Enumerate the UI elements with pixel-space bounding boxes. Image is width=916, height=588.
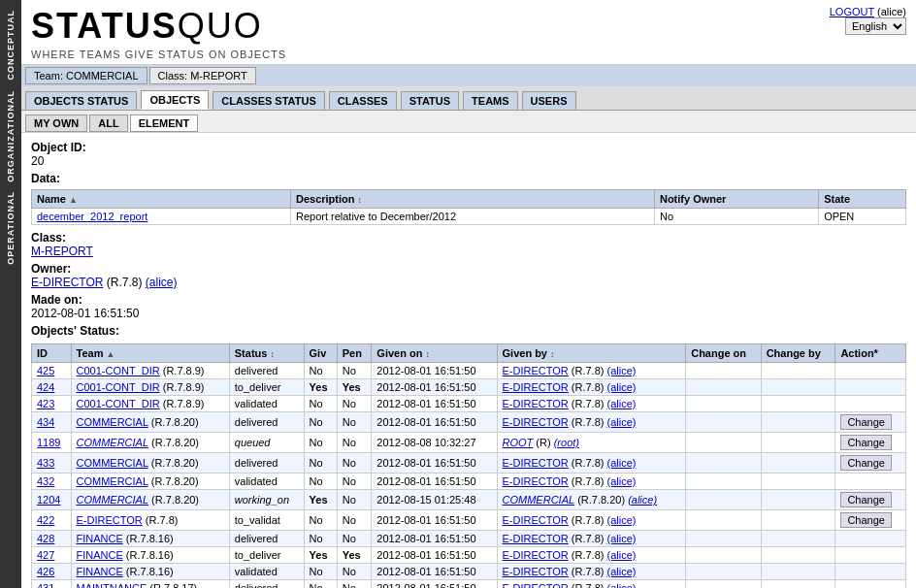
id-link[interactable]: 424 <box>37 381 54 393</box>
team-link[interactable]: FINANCE <box>77 533 123 544</box>
sidebar-label-conceptual: CONCEPTUAL <box>6 10 16 81</box>
tab-objects[interactable]: OBJECTS <box>141 90 209 110</box>
id-link[interactable]: 1189 <box>37 437 60 448</box>
owner-user-link[interactable]: (alice) <box>146 276 178 289</box>
given-by-user-link[interactable]: (alice) <box>628 494 657 506</box>
class-label: Class: <box>31 231 66 245</box>
tab-teams[interactable]: TEAMS <box>463 91 518 110</box>
left-sidebar: CONCEPTUAL ORGANIZATIONAL OPERATIONAL <box>0 0 21 588</box>
tab-classes[interactable]: CLASSES <box>329 91 397 110</box>
given-on-value: 2012-08-01 16:51:50 <box>372 510 497 531</box>
change-button[interactable]: Change <box>840 512 892 528</box>
subtab-my-own[interactable]: MY OWN <box>25 114 87 132</box>
team-link[interactable]: C001-CONT_DIR <box>77 381 160 393</box>
tab-users[interactable]: USERS <box>522 91 576 110</box>
team-link[interactable]: C001-CONT_DIR <box>77 365 160 376</box>
class-section: Class: M-REPORT <box>31 231 906 258</box>
given-by-link[interactable]: E-DIRECTOR <box>503 533 569 544</box>
team-link[interactable]: COMMERCIAL <box>77 494 149 506</box>
given-by-link[interactable]: E-DIRECTOR <box>503 457 569 469</box>
change-button[interactable]: Change <box>840 435 892 450</box>
team-link[interactable]: COMMERCIAL <box>77 457 148 469</box>
given-by-user-link[interactable]: (alice) <box>607 533 637 544</box>
status-value: delivered <box>235 457 278 469</box>
given-on-value: 2012-08-01 16:51:50 <box>372 363 497 379</box>
col-state: State <box>819 190 906 209</box>
id-link[interactable]: 426 <box>37 566 54 577</box>
given-by-user-link[interactable]: (alice) <box>607 398 637 409</box>
change-by-value <box>761 547 835 564</box>
status-value: delivered <box>235 365 278 376</box>
given-by-user-link[interactable]: (alice) <box>607 381 637 393</box>
col-team: Team ▲ <box>71 344 229 363</box>
team-link[interactable]: MAINTNANCE <box>77 582 147 588</box>
change-by-value <box>761 433 835 453</box>
change-on-value <box>686 474 761 490</box>
given-by-link[interactable]: E-DIRECTOR <box>503 549 569 561</box>
owner-link[interactable]: E-DIRECTOR <box>31 276 103 289</box>
team-link[interactable]: COMMERCIAL <box>77 437 149 448</box>
id-link[interactable]: 425 <box>37 365 54 376</box>
team-link[interactable]: COMMERCIAL <box>77 416 148 428</box>
change-button[interactable]: Change <box>840 455 892 471</box>
status-value: to_validat <box>235 514 280 526</box>
logout-link[interactable]: LOGOUT <box>830 6 874 17</box>
change-button[interactable]: Change <box>840 414 892 430</box>
given-by-link[interactable]: E-DIRECTOR <box>503 566 569 577</box>
given-by-user-link[interactable]: (alice) <box>607 514 637 526</box>
id-link[interactable]: 432 <box>37 475 54 487</box>
given-on-value: 2012-08-08 10:32:27 <box>372 433 497 453</box>
tab-objects-status[interactable]: OBJECTS STATUS <box>25 91 137 110</box>
owner-version: (R.7.8) <box>107 276 146 289</box>
given-by-user-link[interactable]: (alice) <box>607 582 637 588</box>
change-button[interactable]: Change <box>840 492 892 507</box>
tab-status[interactable]: STATUS <box>401 91 459 110</box>
given-by-link[interactable]: E-DIRECTOR <box>503 381 569 393</box>
given-by-user-link[interactable]: (alice) <box>607 566 637 577</box>
language-select[interactable]: English <box>845 17 906 35</box>
top-right: LOGOUT (alice) English <box>830 6 906 35</box>
team-link[interactable]: FINANCE <box>77 566 123 577</box>
team-link[interactable]: E-DIRECTOR <box>77 514 143 526</box>
id-link[interactable]: 1204 <box>37 494 60 506</box>
made-on-value: 2012-08-01 16:51:50 <box>31 307 139 320</box>
id-link[interactable]: 422 <box>37 514 54 526</box>
given-by-user-link[interactable]: (alice) <box>607 365 637 376</box>
given-on-value: 2012-08-01 16:51:50 <box>372 580 497 589</box>
nav-tabs: OBJECTS STATUS OBJECTS CLASSES STATUS CL… <box>21 86 916 111</box>
given-by-link[interactable]: ROOT <box>503 437 534 448</box>
given-by-user-link[interactable]: (alice) <box>607 475 637 487</box>
id-link[interactable]: 428 <box>37 533 54 544</box>
status-value: delivered <box>235 416 278 428</box>
id-link[interactable]: 423 <box>37 398 54 409</box>
change-by-value <box>761 531 835 547</box>
given-by-link[interactable]: E-DIRECTOR <box>503 514 569 526</box>
given-by-link[interactable]: E-DIRECTOR <box>503 416 569 428</box>
id-link[interactable]: 427 <box>37 549 54 561</box>
given-by-link[interactable]: E-DIRECTOR <box>503 582 569 588</box>
given-by-user-link[interactable]: (alice) <box>607 416 637 428</box>
class-link[interactable]: M-REPORT <box>31 245 93 258</box>
given-by-link[interactable]: E-DIRECTOR <box>503 398 569 409</box>
given-by-link[interactable]: COMMERCIAL <box>503 494 575 506</box>
change-on-value <box>686 547 761 564</box>
pen-value: No <box>337 412 372 433</box>
team-link[interactable]: C001-CONT_DIR <box>77 398 160 409</box>
id-link[interactable]: 433 <box>37 457 54 469</box>
given-by-user-link[interactable]: (alice) <box>607 457 637 469</box>
given-by-user-link[interactable]: (root) <box>554 437 579 448</box>
object-name-link[interactable]: december_2012_report <box>37 211 147 222</box>
team-link[interactable]: FINANCE <box>77 549 123 561</box>
subtab-element[interactable]: ELEMENT <box>130 114 199 132</box>
status-table-row: 426 FINANCE (R.7.8.16) validated No No 2… <box>32 564 906 580</box>
subtab-all[interactable]: ALL <box>89 114 127 132</box>
id-link[interactable]: 431 <box>37 582 54 588</box>
col-description: Description ↕ <box>290 190 654 209</box>
given-by-user-link[interactable]: (alice) <box>607 549 637 561</box>
id-link[interactable]: 434 <box>37 416 54 428</box>
giv-value: No <box>304 453 337 474</box>
given-by-link[interactable]: E-DIRECTOR <box>503 475 569 487</box>
given-by-link[interactable]: E-DIRECTOR <box>503 365 569 376</box>
tab-classes-status[interactable]: CLASSES STATUS <box>213 91 324 110</box>
team-link[interactable]: COMMERCIAL <box>77 475 148 487</box>
